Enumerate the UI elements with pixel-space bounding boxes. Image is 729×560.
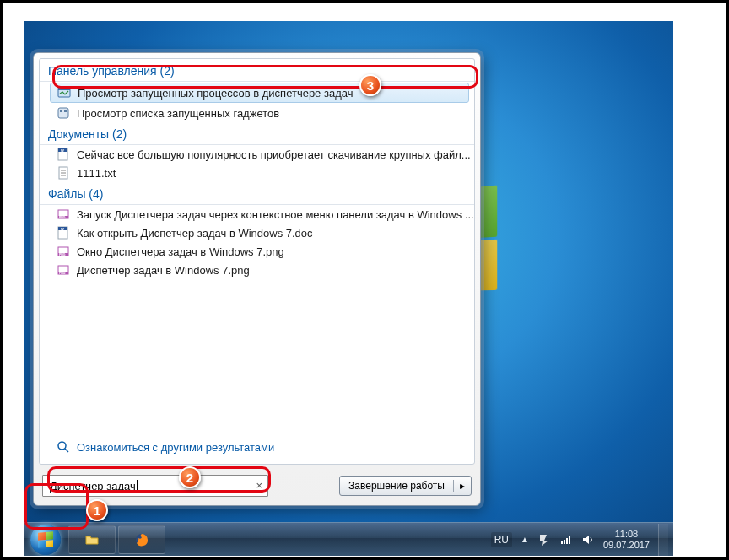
tray-arrow-icon[interactable]: ▲ bbox=[521, 535, 529, 544]
result-label: Как открыть Диспетчер задач в Windows 7.… bbox=[77, 227, 313, 240]
result-label: Окно Диспетчера задач в Windows 7.png bbox=[77, 245, 284, 258]
desktop[interactable]: Панель управления (2) Просмотр запущенны… bbox=[24, 21, 673, 556]
search-value: Диспетчер задач bbox=[50, 480, 136, 493]
result-item[interactable]: PNG Окно Диспетчера задач в Windows 7.pn… bbox=[40, 242, 474, 261]
svg-rect-1 bbox=[58, 88, 70, 90]
svg-text:PNG: PNG bbox=[59, 272, 66, 275]
volume-icon[interactable] bbox=[581, 533, 595, 547]
start-menu: Панель управления (2) Просмотр запущенны… bbox=[33, 52, 481, 506]
firefox-icon bbox=[135, 533, 148, 547]
annotation-badge: 1 bbox=[86, 499, 108, 521]
txt-icon bbox=[57, 166, 70, 180]
result-label: Просмотр запущенных процессов в диспетче… bbox=[78, 87, 353, 100]
clock-time: 11:08 bbox=[603, 529, 650, 540]
clock-date: 09.07.2017 bbox=[603, 540, 650, 551]
result-item-gadgets[interactable]: Просмотр списка запущенных гаджетов bbox=[40, 104, 474, 122]
taskbar-app-explorer[interactable] bbox=[68, 525, 116, 554]
svg-rect-29 bbox=[566, 538, 568, 544]
svg-text:PNG: PNG bbox=[59, 253, 66, 256]
result-item[interactable]: W Сейчас все большую популярность приобр… bbox=[40, 145, 474, 164]
result-label: Сейчас все большую популярность приобрет… bbox=[77, 148, 471, 161]
png-icon: PNG bbox=[57, 263, 70, 277]
clock[interactable]: 11:08 09.07.2017 bbox=[603, 529, 650, 550]
folder-icon bbox=[85, 533, 99, 547]
system-tray: RU ▲ 11:08 09.07.2017 bbox=[491, 524, 673, 556]
gadget-icon bbox=[57, 106, 70, 120]
svg-rect-4 bbox=[64, 110, 67, 112]
result-label: Диспетчер задач в Windows 7.png bbox=[77, 264, 250, 277]
result-item-task-manager[interactable]: Просмотр запущенных процессов в диспетче… bbox=[50, 83, 469, 103]
taskbar-app-firefox[interactable] bbox=[118, 525, 165, 554]
result-item[interactable]: PNG Диспетчер задач в Windows 7.png bbox=[40, 261, 474, 279]
taskbar[interactable]: RU ▲ 11:08 09.07.2017 bbox=[24, 522, 673, 556]
svg-rect-2 bbox=[58, 108, 68, 118]
action-center-icon[interactable] bbox=[537, 533, 551, 547]
svg-text:W: W bbox=[61, 227, 64, 231]
word-icon: W bbox=[57, 226, 70, 240]
group-header-files: Файлы (4) bbox=[40, 182, 474, 205]
language-indicator[interactable]: RU bbox=[491, 532, 512, 547]
word-icon: W bbox=[57, 148, 70, 161]
network-icon[interactable] bbox=[559, 533, 573, 547]
svg-rect-3 bbox=[60, 110, 62, 112]
png-icon: PNG bbox=[57, 245, 70, 258]
shutdown-button[interactable]: Завершение работы ▸ bbox=[339, 476, 472, 496]
search-input[interactable]: Диспетчер задач × bbox=[42, 475, 268, 497]
start-menu-results: Панель управления (2) Просмотр запущенны… bbox=[39, 58, 475, 465]
svg-rect-27 bbox=[561, 541, 563, 544]
svg-text:PNG: PNG bbox=[59, 216, 66, 219]
search-icon bbox=[57, 440, 70, 454]
result-item[interactable]: PNG Запуск Диспетчера задач через контек… bbox=[40, 205, 474, 223]
group-header-control-panel: Панель управления (2) bbox=[40, 59, 474, 82]
start-button[interactable] bbox=[25, 524, 66, 556]
svg-rect-30 bbox=[569, 536, 570, 544]
show-desktop-button[interactable] bbox=[658, 524, 668, 556]
svg-line-25 bbox=[65, 449, 68, 452]
result-item[interactable]: 1111.txt bbox=[40, 164, 474, 182]
svg-rect-28 bbox=[564, 540, 565, 544]
result-label: 1111.txt bbox=[77, 167, 116, 180]
see-more-results[interactable]: Ознакомиться с другими результатами bbox=[40, 435, 474, 459]
tm-icon bbox=[57, 86, 71, 100]
annotation-badge: 2 bbox=[179, 466, 201, 488]
shutdown-label: Завершение работы bbox=[340, 480, 453, 492]
shutdown-options-arrow-icon[interactable]: ▸ bbox=[453, 480, 471, 492]
see-more-label: Ознакомиться с другими результатами bbox=[77, 441, 274, 454]
svg-text:W: W bbox=[61, 148, 64, 153]
annotation-badge: 3 bbox=[359, 74, 381, 96]
result-label: Просмотр списка запущенных гаджетов bbox=[77, 107, 279, 120]
group-header-documents: Документы (2) bbox=[40, 122, 474, 145]
svg-point-24 bbox=[58, 442, 66, 450]
result-label: Запуск Диспетчера задач через контекстно… bbox=[77, 208, 474, 221]
clear-search-icon[interactable]: × bbox=[256, 479, 262, 492]
result-item[interactable]: W Как открыть Диспетчер задач в Windows … bbox=[40, 223, 474, 242]
png-icon: PNG bbox=[57, 207, 70, 221]
